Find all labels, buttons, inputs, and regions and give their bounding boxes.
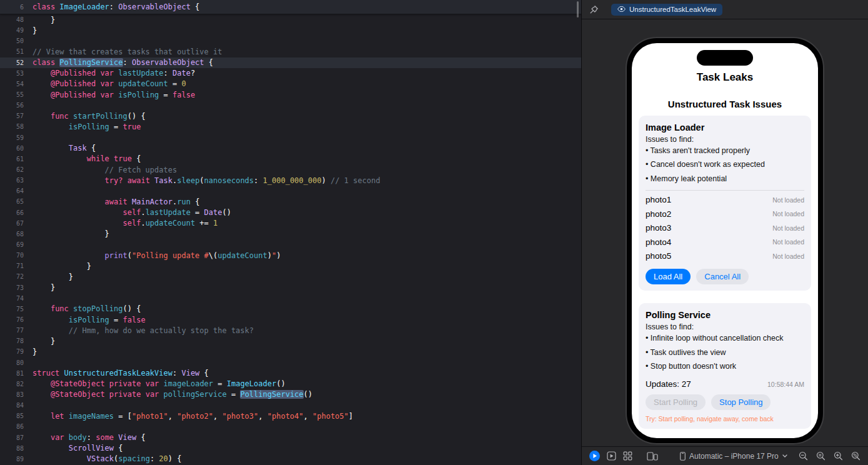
line-number: 73 (0, 284, 24, 291)
pin-icon[interactable] (589, 5, 599, 14)
card-title: Polling Service (646, 310, 804, 320)
line-number: 55 (0, 91, 24, 98)
line-number: 52 (0, 59, 24, 66)
code-line[interactable]: 69 (0, 239, 581, 250)
chevron-down-icon (782, 454, 787, 458)
code-line[interactable]: 80 (0, 358, 581, 368)
selectable-mode-button[interactable] (607, 451, 616, 461)
live-preview-button[interactable] (589, 451, 600, 461)
line-number: 70 (0, 252, 24, 259)
cancel-all-button[interactable]: Cancel All (696, 269, 749, 284)
line-number: 66 (0, 209, 24, 216)
code-line[interactable]: 83 @StateObject private var pollingServi… (0, 389, 581, 400)
load-all-button[interactable]: Load All (646, 269, 691, 284)
code-line[interactable]: 48 } (0, 14, 581, 25)
code-line[interactable]: 58 isPolling = true (0, 121, 581, 132)
code-line[interactable]: 62 // Fetch updates (0, 164, 581, 175)
zoom-out-button[interactable] (799, 451, 808, 461)
code-line[interactable]: 6class ImageLoader: ObservableObject { (0, 0, 581, 14)
code-line[interactable]: 74 (0, 293, 581, 304)
code-line[interactable]: 89 VStack(spacing: 20) { (0, 454, 581, 464)
start-polling-button[interactable]: Start Polling (646, 394, 706, 410)
photo-row: photo1 Not loaded (646, 192, 804, 207)
stop-polling-button[interactable]: Stop Polling (711, 394, 771, 410)
zoom-in-button[interactable] (834, 451, 843, 461)
line-number: 84 (0, 402, 24, 409)
code-line[interactable]: 60 Task { (0, 143, 581, 154)
photo-name: photo4 (646, 238, 671, 247)
canvas-top-bar: UnstructuredTaskLeakView (582, 0, 868, 19)
variants-mode-button[interactable] (623, 451, 632, 461)
line-number: 50 (0, 38, 24, 44)
iphone-icon (680, 452, 686, 461)
button-row: Start Polling Stop Polling (646, 394, 804, 410)
polling-service-card: Polling Service Issues to find: • Infini… (639, 303, 811, 429)
code-line[interactable]: 53 @Published var lastUpdate: Date? (0, 68, 581, 79)
code-line[interactable]: 55 @Published var isPolling = false (0, 89, 581, 100)
updates-row: Updates: 27 10:58:44 AM (646, 379, 804, 389)
code-line[interactable]: 88 ScrollView { (0, 443, 581, 454)
issue-item: • Task outlives the view (646, 346, 804, 359)
code-line[interactable]: 65 await MainActor.run { (0, 196, 581, 207)
image-loader-card: Image Loader Issues to find: • Tasks are… (639, 116, 811, 291)
code-line[interactable]: 51// View that creates tasks that outliv… (0, 46, 581, 57)
issue-item: • Infinite loop without cancellation che… (646, 331, 804, 345)
photo-row: photo4 Not loaded (646, 235, 804, 249)
photo-status: Not loaded (772, 238, 804, 246)
code-line[interactable]: 87 var body: some View { (0, 432, 581, 442)
photo-row: photo3 Not loaded (646, 221, 804, 235)
line-number: 87 (0, 434, 24, 441)
code-line[interactable]: 81struct UnstructuredTaskLeakView: View … (0, 368, 581, 379)
code-line[interactable]: 63 try? await Task.sleep(nanoseconds: 1_… (0, 175, 581, 186)
code-line[interactable]: 72 } (0, 271, 581, 282)
code-line[interactable]: 77 // Hmm, how do we actually stop the t… (0, 325, 581, 336)
code-editor[interactable]: 6class ImageLoader: ObservableObject { 4… (0, 0, 581, 465)
eye-icon (617, 6, 626, 12)
code-line[interactable]: 50 (0, 36, 581, 46)
editor-scrollbar-thumb[interactable] (577, 1, 579, 18)
code-line[interactable]: 52class PollingService: ObservableObject… (0, 58, 581, 68)
code-line[interactable]: 49} (0, 25, 581, 36)
code-line[interactable]: 54 @Published var updateCount = 0 (0, 79, 581, 89)
code-line[interactable]: 82 @StateObject private var imageLoader … (0, 379, 581, 389)
device-selector[interactable]: Automatic – iPhone 17 Pro (680, 452, 787, 461)
line-number: 78 (0, 338, 24, 344)
line-number: 53 (0, 70, 24, 77)
code-line[interactable]: 78 } (0, 336, 581, 346)
code-line[interactable]: 85 let imageNames = ["photo1", "photo2",… (0, 411, 581, 421)
code-line[interactable]: 57 func startPolling() { (0, 111, 581, 121)
line-number: 72 (0, 273, 24, 280)
photo-status: Not loaded (772, 224, 804, 232)
device-frame: Task Leaks Unstructured Task Issues Imag… (626, 37, 824, 444)
code-line[interactable]: 84 (0, 400, 581, 411)
zoom-actual-button[interactable] (816, 451, 826, 461)
code-line[interactable]: 61 while true { (0, 154, 581, 164)
photo-row: photo5 Not loaded (646, 249, 804, 264)
code-line[interactable]: 59 (0, 132, 581, 143)
line-number: 6 (0, 4, 24, 11)
section-title: Unstructured Task Issues (632, 99, 818, 109)
photo-name: photo2 (646, 209, 671, 219)
code-line[interactable]: 76 isPolling = false (0, 314, 581, 325)
line-number: 61 (0, 156, 24, 162)
app-title: Task Leaks (632, 71, 818, 84)
code-line[interactable]: 71 } (0, 261, 581, 271)
device-settings-button[interactable] (647, 451, 658, 461)
code-line[interactable]: 64 (0, 186, 581, 196)
photo-name: photo1 (646, 195, 671, 204)
code-line[interactable]: 56 (0, 100, 581, 111)
zoom-fit-button[interactable] (851, 451, 861, 461)
issue-item: • Cancel doesn't work as expected (646, 158, 804, 171)
code-line[interactable]: 79} (0, 346, 581, 357)
code-line[interactable]: 86 (0, 421, 581, 432)
line-number: 49 (0, 27, 24, 34)
code-line[interactable]: 68 } (0, 229, 581, 239)
line-number: 81 (0, 370, 24, 377)
code-line[interactable]: 70 print("Polling update #\(updateCount)… (0, 250, 581, 261)
preview-tab[interactable]: UnstructuredTaskLeakView (611, 4, 722, 16)
photo-name: photo5 (646, 251, 671, 261)
code-line[interactable]: 67 self.updateCount += 1 (0, 218, 581, 229)
code-line[interactable]: 73 } (0, 282, 581, 293)
code-line[interactable]: 66 self.lastUpdate = Date() (0, 208, 581, 218)
code-line[interactable]: 75 func stopPolling() { (0, 304, 581, 314)
